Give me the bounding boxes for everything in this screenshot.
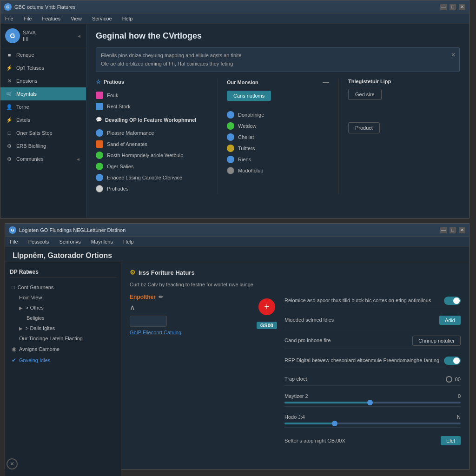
sidebar-item-renque[interactable]: ■ Renque <box>0 48 86 61</box>
toggle2[interactable] <box>444 357 461 365</box>
col1-item-fouk[interactable]: Fouk <box>96 90 212 101</box>
menu2-pesscots[interactable]: Pesscots <box>26 238 51 245</box>
left-panel-item-dalis-igites[interactable]: ▶ > Dalis Igites <box>10 323 116 333</box>
minimize-button1[interactable]: — <box>440 4 447 10</box>
option-add-btn: Mioeded selmed ldles Adid <box>284 313 461 328</box>
sidebar-item-evtels[interactable]: ⚡ Evtels <box>0 113 86 126</box>
evtels-icon: ⚡ <box>6 117 13 123</box>
left-panel-item-beligies[interactable]: Beligies <box>10 313 116 323</box>
enacee-icon <box>96 174 103 181</box>
sidebar-item-moyntals[interactable]: 🛒 Moyntals <box>0 87 86 100</box>
col1-sub-item-1[interactable]: Sand ef Anenates <box>96 139 212 150</box>
close-button1[interactable]: ✕ <box>459 4 465 10</box>
menu-help1[interactable]: Help <box>120 15 135 22</box>
sidebar-item-communies[interactable]: ⚙ Communies ◄ <box>0 152 86 165</box>
link-gbip[interactable]: GbIP Flieconrt Catuing <box>130 330 249 335</box>
profludes-icon <box>96 185 103 192</box>
option-outline-btn: Cand pro inhone fire Chnnep notulier <box>284 333 461 349</box>
left-panel-item-othes[interactable]: ▶ > Othes <box>10 303 116 313</box>
col2-section-title: Our Monslon — <box>227 79 329 86</box>
col2-item-5[interactable]: Modoholup <box>227 165 329 176</box>
menu-file2[interactable]: File <box>22 15 34 22</box>
left-panel: DP Ratwes □ Cont Gaturnens Hoin View ▶ >… <box>5 262 121 476</box>
slider1-track[interactable] <box>284 402 461 403</box>
col2-item-4[interactable]: Riens <box>227 154 329 165</box>
ged-sire-button[interactable]: Ged sire <box>348 89 382 100</box>
col1-sub-item-5[interactable]: Profludes <box>96 183 212 194</box>
left-panel-item-cont-gaturnens[interactable]: □ Cont Gaturnens <box>10 282 116 292</box>
dalis-expand-icon: ▶ <box>19 326 23 331</box>
left-panel-item-our-tincinge[interactable]: Our Tincinge Lateln Flacting <box>10 333 116 344</box>
slider1-label: Maytizer 2 0 <box>284 393 461 399</box>
cheliat-icon <box>227 133 234 141</box>
pleasre-icon <box>96 129 103 137</box>
right-panel-title: ⚙ lrss Foriture Haturs <box>130 269 461 276</box>
avnigns-radio-icon: ◉ <box>12 346 16 352</box>
chnnep-button[interactable]: Chnnep notulier <box>412 336 461 346</box>
info-banner-close[interactable]: ✕ <box>451 51 456 60</box>
menu2-senronvs[interactable]: Senronvs <box>57 238 82 245</box>
col2-item-0[interactable]: Donatrinige <box>227 109 329 120</box>
main-content: Geginal how the CVrtloges Filenils pins … <box>86 24 469 218</box>
col2-item-2[interactable]: Cheliat <box>227 132 329 143</box>
sidebar-item-oner-salts-stop[interactable]: □ Oner Salts Stop <box>0 126 86 139</box>
field-description: Curt bz Calv by feacting to festne for w… <box>130 282 461 287</box>
slider2-thumb[interactable] <box>332 421 337 426</box>
option-toggle1: Relomice asd apoor thus tllid butck hic … <box>284 294 461 308</box>
col2-item-1[interactable]: Wetdow <box>227 120 329 132</box>
window1-title: GBC octume Vhtb Fiatures <box>14 4 440 10</box>
riens-icon <box>227 156 234 163</box>
toggle1[interactable] <box>444 297 461 305</box>
menu2-file[interactable]: File <box>8 238 20 245</box>
col1-sub-item-4[interactable]: Enacee Lasing Canoole Clenvice <box>96 172 212 183</box>
left-panel-item-gnveing-idles[interactable]: ✔ Gnveing Idles <box>10 355 116 366</box>
col1-sub-section-title: 💬 Devalling OP lo Feature Worlophmnel <box>96 117 212 123</box>
left-panel-title: DP Ratwes <box>10 267 116 278</box>
slider2-track[interactable] <box>284 423 461 424</box>
sidebar-item-erb-biofiling[interactable]: ⚙ ERB Biofiling <box>0 139 86 152</box>
elet-button[interactable]: Elet <box>441 436 461 445</box>
menu2-help[interactable]: Help <box>121 238 136 245</box>
minimize-button2[interactable]: — <box>440 227 447 233</box>
slider1-thumb[interactable] <box>367 400 373 405</box>
radio1-circle[interactable] <box>446 376 452 383</box>
product-button[interactable]: Product <box>348 122 380 133</box>
col1-sub-item-2[interactable]: Rosth Hormpndely arlole Wetbuip <box>96 150 212 161</box>
close-circle-button[interactable]: ✕ <box>7 458 18 469</box>
adid-button[interactable]: Adid <box>439 316 461 325</box>
sidebar-collapse-arrow[interactable]: ◄ <box>77 33 81 39</box>
cans-nutloms-button[interactable]: Cans nutloms <box>227 91 271 101</box>
sidebar-item-opt-teluses[interactable]: ⚡ Op'I Teluses <box>0 61 86 74</box>
edit-icon[interactable]: ✏ <box>159 294 163 300</box>
col1: ☆ Pratious Fouk Recl Stork 💬 Devalling O… <box>96 79 217 194</box>
donatrinige-icon <box>227 111 234 119</box>
menu-featues[interactable]: Featues <box>40 15 62 22</box>
option-radio1: Trap eloct 00 <box>284 373 461 386</box>
col1-item-recl-stork[interactable]: Recl Stork <box>96 101 212 112</box>
add-button[interactable]: + <box>258 298 275 315</box>
sidebar-item-torne[interactable]: 👤 Torne <box>0 100 86 113</box>
field-input[interactable] <box>130 316 167 327</box>
content-grid: ☆ Pratious Fouk Recl Stork 💬 Devalling O… <box>96 79 460 194</box>
col1-sub-item-3[interactable]: Oger Salies <box>96 161 212 172</box>
menu-file1[interactable]: File <box>3 15 15 22</box>
left-panel-item-avnigns-carnome[interactable]: ◉ Avnigns Carnome <box>10 344 116 355</box>
col1-sub-item-0[interactable]: Pleasre Maformance <box>96 127 212 139</box>
menu-view1[interactable]: View <box>69 15 84 22</box>
erb-biofiling-icon: ⚙ <box>6 143 13 149</box>
titlebar1: G GBC octume Vhtb Fiatures — □ ✕ <box>0 0 469 13</box>
left-panel-item-hoin-view[interactable]: Hoin View <box>10 292 116 303</box>
menu-servicoe[interactable]: Servicoe <box>90 15 114 22</box>
maximize-button2[interactable]: □ <box>450 227 456 233</box>
pratious-icon: ☆ <box>96 79 101 85</box>
gnveing-check-icon: ✔ <box>12 357 16 364</box>
menu2-maynlens[interactable]: Maynlens <box>89 238 115 245</box>
maximize-button1[interactable]: □ <box>450 4 456 10</box>
col2-item-3[interactable]: Tultters <box>227 143 329 154</box>
radio-right1: 00 <box>446 376 461 383</box>
window-controls2: — □ ✕ <box>440 227 465 233</box>
close-button2[interactable]: ✕ <box>459 227 465 233</box>
sidebar-item-enpsions[interactable]: ✕ Enpsions <box>0 74 86 87</box>
option-toggle2: REP Digital betwew chesonlard eltcenmule… <box>284 354 461 368</box>
option-slider1: Maytizer 2 0 <box>284 390 461 407</box>
